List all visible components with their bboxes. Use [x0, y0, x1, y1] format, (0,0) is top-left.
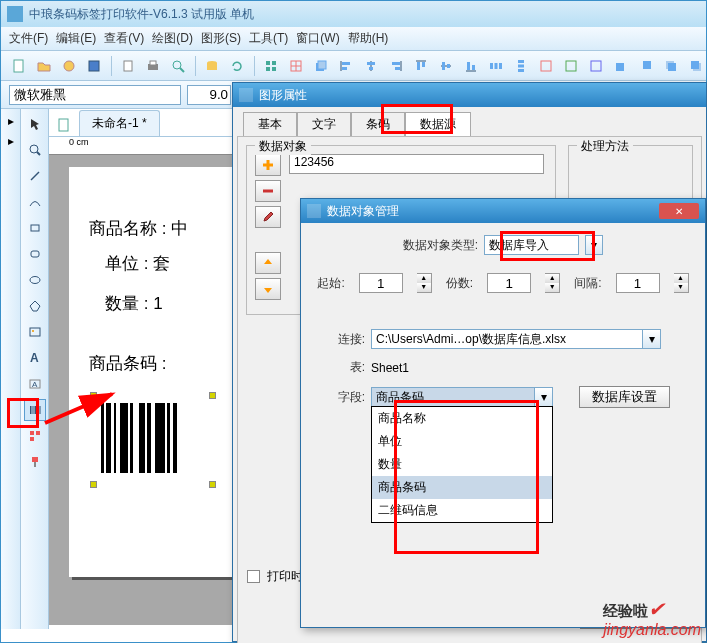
grid2-button[interactable] — [286, 55, 307, 77]
align-center-v-button[interactable] — [435, 55, 456, 77]
option-unit[interactable]: 单位 — [372, 430, 552, 453]
text-unit[interactable]: 单位 : 套 — [105, 252, 170, 275]
qrcode-tool[interactable] — [24, 425, 46, 447]
resize-handle[interactable] — [209, 481, 216, 488]
align-left-button[interactable] — [335, 55, 356, 77]
tab-datasource[interactable]: 数据源 — [405, 112, 471, 136]
adjust3-button[interactable] — [585, 55, 606, 77]
start-input[interactable] — [359, 273, 403, 293]
gap-input[interactable] — [616, 273, 660, 293]
resize-handle[interactable] — [90, 392, 97, 399]
barcode-object[interactable] — [93, 395, 213, 485]
arrange2-button[interactable] — [635, 55, 656, 77]
align-bottom-button[interactable] — [460, 55, 481, 77]
richtext-tool[interactable]: A — [24, 373, 46, 395]
expand-icon[interactable]: ▸ — [3, 113, 19, 129]
polygon-tool[interactable] — [24, 295, 46, 317]
gap-spinner[interactable]: ▲▼ — [674, 273, 689, 293]
field-combo[interactable]: 商品条码 ▾ — [371, 387, 553, 407]
dialog-titlebar[interactable]: 图形属性 — [233, 83, 706, 107]
adjust1-button[interactable] — [535, 55, 556, 77]
cloud-button[interactable] — [59, 55, 80, 77]
move-down-button[interactable] — [255, 278, 281, 300]
close-button[interactable]: ✕ — [659, 203, 699, 219]
barcode-tool[interactable] — [24, 399, 46, 421]
open-button[interactable] — [34, 55, 55, 77]
pointer-tool[interactable] — [24, 113, 46, 135]
curve-tool[interactable] — [24, 191, 46, 213]
start-spinner[interactable]: ▲▼ — [417, 273, 432, 293]
database-button[interactable] — [202, 55, 223, 77]
print-button[interactable] — [143, 55, 164, 77]
text-quantity[interactable]: 数量 : 1 — [105, 292, 163, 315]
move-up-button[interactable] — [255, 252, 281, 274]
svg-rect-2 — [89, 61, 99, 71]
arrange1-button[interactable] — [610, 55, 631, 77]
menu-draw[interactable]: 绘图(D) — [152, 30, 193, 47]
doc-settings-button[interactable] — [118, 55, 139, 77]
type-combo[interactable]: 数据库导入 — [484, 235, 579, 255]
font-size-input[interactable] — [187, 85, 231, 105]
roundrect-tool[interactable] — [24, 243, 46, 265]
adjust2-button[interactable] — [560, 55, 581, 77]
align-center-h-button[interactable] — [360, 55, 381, 77]
text-tool[interactable]: A — [24, 347, 46, 369]
expand2-icon[interactable]: ▸ — [3, 133, 19, 149]
menu-window[interactable]: 窗口(W) — [296, 30, 339, 47]
distribute-v-button[interactable] — [510, 55, 531, 77]
print-save-checkbox[interactable] — [247, 570, 260, 583]
copies-spinner[interactable]: ▲▼ — [545, 273, 560, 293]
type-dropdown-icon[interactable]: ▾ — [585, 235, 603, 255]
option-barcode[interactable]: 商品条码 — [372, 476, 552, 499]
text-product-name[interactable]: 商品名称 : 中 — [89, 217, 188, 240]
document-tab[interactable]: 未命名-1 * — [79, 110, 160, 136]
dialog-titlebar[interactable]: 数据对象管理 ✕ — [301, 199, 705, 223]
option-name[interactable]: 商品名称 — [372, 407, 552, 430]
resize-handle[interactable] — [209, 392, 216, 399]
remove-data-button[interactable] — [255, 180, 281, 202]
edit-data-button[interactable] — [255, 206, 281, 228]
data-value-field[interactable]: 123456 — [289, 154, 544, 174]
ellipse-tool[interactable] — [24, 269, 46, 291]
menu-edit[interactable]: 编辑(E) — [56, 30, 96, 47]
option-qty[interactable]: 数量 — [372, 453, 552, 476]
zoom-tool[interactable] — [24, 139, 46, 161]
menu-view[interactable]: 查看(V) — [104, 30, 144, 47]
connection-combo[interactable]: C:\Users\Admi…op\数据库信息.xlsx ▾ — [371, 329, 661, 349]
svg-point-60 — [32, 330, 34, 332]
menu-tool[interactable]: 工具(T) — [249, 30, 288, 47]
refresh-button[interactable] — [227, 55, 248, 77]
rect-tool[interactable] — [24, 217, 46, 239]
save-button[interactable] — [84, 55, 105, 77]
font-select[interactable] — [9, 85, 181, 105]
tab-barcode[interactable]: 条码 — [351, 112, 405, 136]
menu-help[interactable]: 帮助(H) — [348, 30, 389, 47]
svg-rect-35 — [467, 62, 470, 70]
line-tool[interactable] — [24, 165, 46, 187]
db-settings-button[interactable]: 数据库设置 — [579, 386, 670, 408]
arrange4-button[interactable] — [685, 55, 706, 77]
add-data-button[interactable] — [255, 154, 281, 176]
copies-input[interactable] — [487, 273, 531, 293]
dropdown-icon[interactable]: ▾ — [534, 388, 552, 406]
image-tool[interactable] — [24, 321, 46, 343]
option-qrcode[interactable]: 二维码信息 — [372, 499, 552, 522]
arrange3-button[interactable] — [660, 55, 681, 77]
dropdown-icon[interactable]: ▾ — [642, 330, 660, 348]
grid-button[interactable] — [261, 55, 282, 77]
align-top-button[interactable] — [410, 55, 431, 77]
layers-button[interactable] — [311, 55, 332, 77]
preview-button[interactable] — [168, 55, 189, 77]
tab-basic[interactable]: 基本 — [243, 112, 297, 136]
menu-shape[interactable]: 图形(S) — [201, 30, 241, 47]
align-right-button[interactable] — [385, 55, 406, 77]
svg-rect-10 — [266, 61, 270, 65]
new-button[interactable] — [9, 55, 30, 77]
text-barcode-label[interactable]: 商品条码 : — [89, 352, 166, 375]
resize-handle[interactable] — [90, 481, 97, 488]
paint-tool[interactable] — [24, 451, 46, 473]
distribute-h-button[interactable] — [485, 55, 506, 77]
menu-file[interactable]: 文件(F) — [9, 30, 48, 47]
label-paper[interactable]: 商品名称 : 中 单位 : 套 数量 : 1 商品条码 : — [69, 167, 259, 577]
tab-text[interactable]: 文字 — [297, 112, 351, 136]
